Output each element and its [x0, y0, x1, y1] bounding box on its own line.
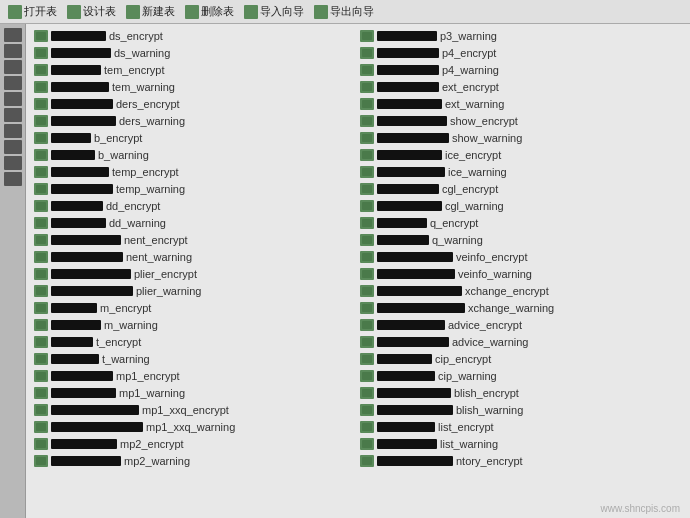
table-row[interactable]: ext_warning	[358, 96, 676, 112]
table-name-suffix: plier_encrypt	[134, 268, 197, 280]
table-row[interactable]: advice_encrypt	[358, 317, 676, 333]
table-row[interactable]: xchange_warning	[358, 300, 676, 316]
redacted-prefix	[377, 320, 445, 330]
table-icon	[34, 319, 48, 331]
table-row[interactable]: m_warning	[32, 317, 350, 333]
table-name-suffix: ice_encrypt	[445, 149, 501, 161]
import-btn[interactable]: 导入向导	[240, 3, 308, 20]
table-row[interactable]: advice_warning	[358, 334, 676, 350]
table-row[interactable]: b_encrypt	[32, 130, 350, 146]
open-table-btn[interactable]: 打开表	[4, 3, 61, 20]
redacted-prefix	[377, 456, 453, 466]
redacted-prefix	[51, 184, 113, 194]
table-icon	[34, 30, 48, 42]
table-list: ds_encryptds_warningtem_encrypttem_warni…	[26, 24, 690, 518]
table-name-suffix: advice_encrypt	[448, 319, 522, 331]
table-row[interactable]: cgl_encrypt	[358, 181, 676, 197]
table-icon	[34, 64, 48, 76]
table-row[interactable]: xchange_encrypt	[358, 283, 676, 299]
redacted-prefix	[377, 388, 451, 398]
table-row[interactable]: veinfo_warning	[358, 266, 676, 282]
table-row[interactable]: plier_encrypt	[32, 266, 350, 282]
table-row[interactable]: q_warning	[358, 232, 676, 248]
table-row[interactable]: temp_encrypt	[32, 164, 350, 180]
table-icon	[360, 353, 374, 365]
table-row[interactable]: show_warning	[358, 130, 676, 146]
table-row[interactable]: ice_encrypt	[358, 147, 676, 163]
table-row[interactable]: ds_encrypt	[32, 28, 350, 44]
table-row[interactable]: p4_encrypt	[358, 45, 676, 61]
table-icon	[34, 149, 48, 161]
table-row[interactable]: list_warning	[358, 436, 676, 452]
table-icon	[360, 30, 374, 42]
table-row[interactable]: t_encrypt	[32, 334, 350, 350]
redacted-prefix	[377, 150, 442, 160]
table-row[interactable]: q_encrypt	[358, 215, 676, 231]
table-icon	[34, 47, 48, 59]
table-row[interactable]: cgl_warning	[358, 198, 676, 214]
table-icon	[34, 285, 48, 297]
delete-table-btn[interactable]: 删除表	[181, 3, 238, 20]
table-row[interactable]: blish_warning	[358, 402, 676, 418]
table-row[interactable]: ext_encrypt	[358, 79, 676, 95]
table-row[interactable]: dd_warning	[32, 215, 350, 231]
redacted-prefix	[377, 422, 435, 432]
table-name-suffix: q_warning	[432, 234, 483, 246]
table-row[interactable]: t_warning	[32, 351, 350, 367]
table-row[interactable]: ders_encrypt	[32, 96, 350, 112]
design-table-btn[interactable]: 设计表	[63, 3, 120, 20]
nav-icon-9	[4, 156, 22, 170]
table-row[interactable]: nent_encrypt	[32, 232, 350, 248]
redacted-prefix	[377, 354, 432, 364]
table-icon	[360, 319, 374, 331]
redacted-prefix	[377, 371, 435, 381]
redacted-prefix	[377, 218, 427, 228]
table-row[interactable]: mp2_encrypt	[32, 436, 350, 452]
table-name-suffix: dd_encrypt	[106, 200, 160, 212]
table-row[interactable]: mp1_xxq_warning	[32, 419, 350, 435]
table-row[interactable]: temp_warning	[32, 181, 350, 197]
table-row[interactable]: cip_encrypt	[358, 351, 676, 367]
new-table-btn[interactable]: 新建表	[122, 3, 179, 20]
table-row[interactable]: ds_warning	[32, 45, 350, 61]
table-row[interactable]: mp2_warning	[32, 453, 350, 469]
table-row[interactable]: list_encrypt	[358, 419, 676, 435]
table-row[interactable]: p3_warning	[358, 28, 676, 44]
table-icon	[360, 166, 374, 178]
table-icon	[360, 115, 374, 127]
table-row[interactable]: mp1_encrypt	[32, 368, 350, 384]
redacted-prefix	[51, 405, 139, 415]
redacted-prefix	[51, 65, 101, 75]
table-row[interactable]: dd_encrypt	[32, 198, 350, 214]
table-row[interactable]: plier_warning	[32, 283, 350, 299]
redacted-prefix	[51, 422, 143, 432]
table-row[interactable]: ice_warning	[358, 164, 676, 180]
table-row[interactable]: ders_warning	[32, 113, 350, 129]
redacted-prefix	[377, 337, 449, 347]
table-row[interactable]: p4_warning	[358, 62, 676, 78]
table-row[interactable]: mp1_warning	[32, 385, 350, 401]
table-icon	[34, 115, 48, 127]
table-name-suffix: m_warning	[104, 319, 158, 331]
table-name-suffix: dd_warning	[109, 217, 166, 229]
delete-table-label: 删除表	[201, 4, 234, 19]
table-row[interactable]: veinfo_encrypt	[358, 249, 676, 265]
table-row[interactable]: m_encrypt	[32, 300, 350, 316]
table-name-suffix: mp1_encrypt	[116, 370, 180, 382]
table-row[interactable]: nent_warning	[32, 249, 350, 265]
table-row[interactable]: b_warning	[32, 147, 350, 163]
redacted-prefix	[377, 48, 439, 58]
right-column: p3_warningp4_encryptp4_warningext_encryp…	[358, 28, 684, 514]
table-row[interactable]: tem_encrypt	[32, 62, 350, 78]
table-row[interactable]: show_encrypt	[358, 113, 676, 129]
redacted-prefix	[51, 286, 133, 296]
delete-table-icon	[185, 5, 199, 19]
table-row[interactable]: mp1_xxq_encrypt	[32, 402, 350, 418]
export-btn[interactable]: 导出向导	[310, 3, 378, 20]
table-row[interactable]: blish_encrypt	[358, 385, 676, 401]
nav-icon-3	[4, 60, 22, 74]
table-row[interactable]: tem_warning	[32, 79, 350, 95]
table-row[interactable]: cip_warning	[358, 368, 676, 384]
table-row[interactable]: ntory_encrypt	[358, 453, 676, 469]
table-icon	[360, 200, 374, 212]
